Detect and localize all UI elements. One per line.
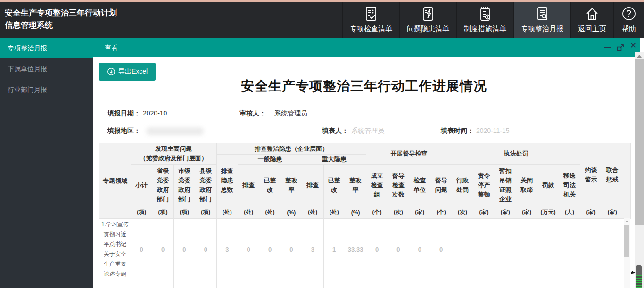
scroll-up-arrow-icon[interactable] [625,220,629,222]
page-scrollbar-thumb[interactable] [635,59,644,225]
header-group-row: 专题领域 发现主要问题 （党委政府及部门层面） 排查整治隐患（企业层面） 开展督… [99,143,631,155]
app-title: 安全生产专项整治三年行动计划 信息管理系统 [5,7,117,32]
value-cell [302,280,323,288]
tab-view[interactable]: 查看 [105,44,118,52]
report-table: 专题领域 发现主要问题 （党委政府及部门层面） 排查整治隐患（企业层面） 开展督… [99,143,631,288]
table-row: 2.落实企业 [99,280,631,288]
value-cell [216,280,238,288]
nav-item-hazard-list[interactable]: 问题隐患清单 [399,2,456,38]
value-cell: 3 [302,219,323,280]
sidebar-item-subordinate-report[interactable]: 下属单位月报 [0,58,93,79]
download-icon [107,67,116,76]
nav-item-label: 返回主页 [578,25,606,33]
scroll-up-arrow-icon[interactable] [637,55,642,58]
column-header: 罚款 [537,165,559,206]
nav-item-help[interactable]: 帮助 [613,2,644,38]
value-cell: 0 [430,219,452,280]
unit-cell: (处) [323,206,345,219]
column-header: 市级党委政府部门 [173,165,195,206]
minimize-icon [604,47,611,48]
minimize-button[interactable] [604,42,612,51]
unit-cell: (项) [152,206,173,219]
value-cell [452,219,473,280]
value-cell: 0 [388,219,409,280]
unit-cell: (项) [173,206,195,219]
home-icon [584,6,600,22]
column-header: 整改率 [281,165,302,206]
tab-bar: 查看 ✕ [93,38,640,57]
column-header: 督导检查次数 [388,165,409,206]
unit-cell: (家) [473,206,495,219]
page-vertical-scrollbar[interactable] [635,52,644,288]
value-cell [602,280,623,288]
unit-cell: (%) [281,206,302,219]
app-header: 安全生产专项整治三年行动计划 信息管理系统 专项检查清单 [0,2,644,38]
column-header-joint-punishment: 联合惩戒 [602,143,623,206]
value-cell [537,219,559,280]
scrollbar-drag-handle[interactable] [636,265,642,288]
report-date-value: 2020-10 [143,109,167,117]
header-filler [623,143,631,219]
corner-header: 专题领域 [99,143,131,219]
value-cell: 0 [195,219,216,280]
nav-item-label: 专项检查清单 [350,25,392,33]
value-cell [366,280,388,288]
units-row: (项)(项)(项)(项)(处)(处)(处)(%)(处)(处)(%)(个)(次)(… [99,206,631,219]
sidebar-item-industry-report[interactable]: 行业部门月报 [0,79,93,100]
column-header: 县级党委政府部门 [195,165,216,206]
inspection-list-icon [363,6,379,22]
unit-cell: (次) [452,206,473,219]
unit-cell: (项) [131,206,152,219]
unit-cell: (处) [302,206,323,219]
unit-cell: (家) [516,206,537,219]
table-scrollbar-thumb[interactable] [624,225,629,257]
value-cell [452,280,473,288]
value-cell [409,280,430,288]
column-header: 责令停产整顿 [473,165,495,206]
help-icon [621,6,637,22]
group-problems: 发现主要问题 （党委政府及部门层面） [131,143,217,165]
drag-handle-stripes [636,275,642,288]
group-supervision: 开展督导检查 [366,143,452,165]
close-button[interactable]: ✕ [629,41,637,50]
nav-item-home[interactable]: 返回主页 [570,2,613,38]
nav-item-label: 制度措施清单 [464,25,506,33]
maximize-icon [616,43,625,52]
column-header: 已整改 [259,165,281,206]
value-cell: 33.33 [345,219,366,280]
sidebar-item-monthly-report[interactable]: 专项整治月报 [0,38,93,58]
monthly-report-icon [534,6,550,22]
value-cell [430,280,452,288]
value-cell [323,280,345,288]
subgroup-general-hazard: 一般隐患 [238,155,302,165]
value-cell: 0 [281,219,302,280]
unit-cell: (家) [495,206,516,219]
value-cell [238,280,259,288]
nav-item-label: 专项整治月报 [521,25,563,33]
column-header: 排查 [302,165,323,206]
unit-cell: (家) [580,206,602,219]
filler-value: 系统管理员 [351,127,384,135]
nav-item-measures-list[interactable]: 制度措施清单 [456,2,513,38]
unit-cell: (%) [345,206,366,219]
value-cell: 0 [259,219,281,280]
nav-item-monthly-report[interactable]: 专项整治月报 [513,2,570,38]
top-nav: 专项检查清单 问题隐患清单 [342,2,644,38]
filler-label: 填表人： [322,127,348,135]
value-cell [473,280,495,288]
value-cell [281,280,302,288]
column-header: 省级党委政府部门 [152,165,173,206]
maximize-button[interactable] [616,43,625,52]
column-header: 整改率 [345,165,366,206]
column-header: 小计 [131,165,152,206]
table-vertical-scrollbar[interactable] [624,218,630,288]
column-header: 已整改 [323,165,345,206]
value-cell [516,280,537,288]
value-cell: 0 [173,219,195,280]
value-cell [152,280,173,288]
unit-cell: (人) [559,206,580,219]
value-cell [495,280,516,288]
column-header: 成立检查组 [366,165,388,206]
nav-item-inspection-list[interactable]: 专项检查清单 [342,2,399,38]
header-leaf-row: 小计 省级党委政府部门 市级党委政府部门 县级党委政府部门 排查 已整改 整改率… [99,165,631,206]
